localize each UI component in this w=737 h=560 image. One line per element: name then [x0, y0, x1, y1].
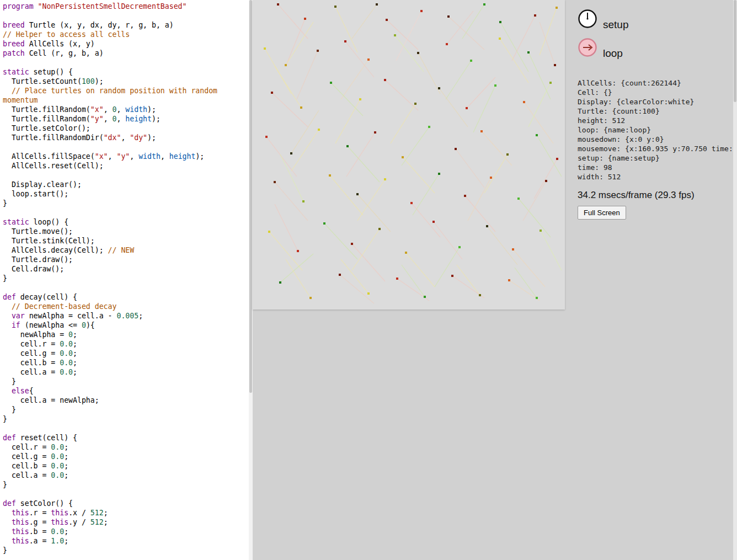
code-line: def decay(cell) {	[3, 292, 249, 302]
turtle-trail	[448, 17, 484, 50]
turtle-dot	[277, 3, 279, 6]
debug-line: mousemove: {x:160.935 y:70.750 time:9	[578, 144, 733, 153]
turtle-trail	[406, 253, 435, 287]
loop-button[interactable]	[578, 38, 597, 57]
page-scrollbar[interactable]	[733, 0, 737, 560]
code-line: breed AllCells (x, y)	[3, 39, 249, 49]
code-line: def setColor() {	[3, 499, 249, 508]
turtle-dot	[455, 148, 457, 150]
turtle-dot	[554, 64, 556, 66]
code-line: }	[3, 480, 249, 489]
loop-control[interactable]: loop	[578, 38, 733, 57]
debug-line: Cell: {}	[578, 88, 733, 97]
code-line: cell.a = 0.0;	[3, 471, 249, 480]
code-line: Turtle.fillRandom("y", 0, height);	[3, 114, 249, 124]
debug-output: AllCells: {count:262144}Cell: {}Display:…	[578, 78, 733, 182]
turtle-trail	[540, 22, 555, 65]
code-line: Turtle.stink(Cell);	[3, 236, 249, 246]
turtle-trail	[446, 61, 471, 99]
turtle-dot	[279, 281, 281, 284]
setup-label: setup	[603, 19, 628, 31]
turtle-dot	[556, 7, 558, 9]
turtle-trail	[286, 19, 305, 66]
turtle-trail	[418, 53, 440, 94]
turtle-dot	[508, 279, 510, 281]
turtle-dot	[414, 103, 416, 105]
turtle-dot	[424, 296, 426, 298]
turtle-trail	[456, 149, 484, 188]
code-editor[interactable]: program "NonPersistentSmellDecrementBase…	[0, 0, 249, 560]
setup-control[interactable]: setup	[578, 9, 733, 29]
turtle-trail	[278, 4, 308, 39]
turtle-dot	[494, 84, 496, 87]
turtle-trail	[500, 39, 528, 83]
turtle-dot	[386, 19, 388, 21]
code-line: cell.r = 0.0;	[3, 442, 249, 452]
turtle-dot	[356, 193, 359, 195]
code-line: }	[3, 546, 249, 555]
turtle-trail	[487, 226, 517, 265]
turtle-dot	[271, 92, 273, 94]
turtle-trail	[395, 35, 424, 72]
turtle-dot	[536, 297, 538, 299]
turtle-dot	[470, 60, 472, 62]
turtle-trail	[540, 8, 557, 55]
turtle-dot	[384, 79, 386, 81]
turtle-dot	[274, 181, 276, 183]
code-line: AllCells.fillSpace("x", "y", width, heig…	[3, 152, 249, 161]
code-line: Turtle.draw();	[3, 255, 249, 264]
code-line: // Place turtles on random position with…	[3, 86, 249, 95]
turtle-dot	[499, 21, 501, 23]
code-line: Turtle.fillRandom("x", 0, width);	[3, 105, 249, 114]
turtle-trail	[534, 159, 557, 199]
turtle-dot	[556, 158, 558, 160]
page-scrollbar-thumb[interactable]	[734, 0, 736, 102]
code-line	[3, 11, 249, 20]
debug-line: Turtle: {count:100}	[578, 106, 733, 116]
turtle-dot	[376, 3, 378, 6]
turtle-dot	[323, 222, 325, 225]
code-editor-scrollbar[interactable]	[249, 0, 253, 560]
turtle-dot	[512, 248, 514, 250]
code-line: Turtle.setColor();	[3, 124, 249, 133]
code-line	[3, 142, 249, 152]
turtle-trail	[413, 174, 439, 215]
turtle-trail	[297, 51, 318, 99]
turtle-trail	[335, 7, 357, 52]
turtle-dot	[405, 252, 407, 254]
simulation-canvas[interactable]	[253, 0, 565, 310]
code-editor-scrollbar-thumb[interactable]	[249, 0, 252, 393]
code-line: }	[3, 199, 249, 208]
debug-line: loop: {name:loop}	[578, 125, 733, 135]
setup-button[interactable]	[578, 9, 597, 29]
turtle-trail	[348, 146, 380, 182]
fullscreen-button[interactable]: Full Screen	[578, 206, 626, 220]
code-line: }	[3, 414, 249, 424]
turtle-trail	[275, 66, 301, 108]
code-line: }	[3, 405, 249, 414]
code-line: cell.a = newAlpha;	[3, 396, 249, 405]
turtle-dot	[374, 131, 376, 134]
code-line: Turtle.fillRandomDir("dx", "dy");	[3, 133, 249, 142]
turtle-dot	[394, 34, 396, 36]
turtle-trail	[280, 254, 313, 282]
control-panel: setup loop AllCells: {count:262144}Cell:…	[578, 0, 733, 560]
turtle-dot	[304, 18, 306, 20]
turtle-trail	[391, 104, 415, 143]
code-line	[3, 424, 249, 433]
turtle-trail	[335, 99, 360, 143]
turtle-dot	[479, 294, 481, 296]
turtle-trail	[341, 259, 368, 294]
turtle-dot	[536, 134, 538, 136]
code-line: this.g = this.y / 512;	[3, 518, 249, 527]
turtle-dot	[302, 200, 305, 202]
turtle-dot	[344, 40, 346, 42]
turtle-dot	[285, 64, 287, 66]
turtle-dot	[438, 173, 440, 175]
code-line: AllCells.reset(Cell);	[3, 161, 249, 170]
turtle-dot	[339, 274, 341, 276]
code-line	[3, 208, 249, 217]
turtle-trail	[324, 223, 357, 259]
turtle-dot	[378, 228, 381, 230]
turtle-trail	[457, 265, 480, 295]
